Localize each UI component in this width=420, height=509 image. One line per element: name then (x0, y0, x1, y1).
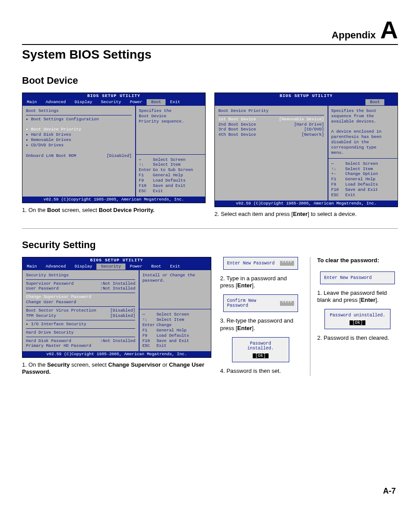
primary-master-hd: Primary Master HD Password (26, 343, 135, 349)
section-heading-security: Security Setting (22, 239, 398, 251)
bios-footer: v02.59 (C)Copyright 1985-2005, American … (22, 197, 205, 203)
appendix-label: Appendix (332, 30, 376, 41)
io-interface-security: ▸ I/O Interface Security (26, 322, 135, 327)
bios-boot-priority: BIOS SETUP UTILITY Boot Boot Device Prio… (214, 93, 398, 218)
caption-boot-1: 1. On the Boot screen, select Boot Devic… (22, 207, 206, 214)
item: ▸ CD/DVD Drives (26, 143, 132, 148)
section-heading-boot: Boot Device (22, 75, 398, 86)
ok-button: [Ok] (350, 320, 365, 325)
bios-title: BIOS SETUP UTILITY (22, 257, 211, 264)
bios-nav-help: ↔Select Screen ↑↓Select Item +-Change Op… (328, 158, 398, 201)
bios-menu: Boot (215, 99, 398, 105)
supervisor-pw: Supervisor Password:Not Installed (26, 281, 135, 286)
boot-row-3: 3rd Boot Device[CD/DVD] (218, 127, 324, 132)
password-field: **** (280, 261, 294, 266)
menu-exit: Exit (166, 99, 184, 105)
user-pw: User Password:Not Installed (26, 286, 135, 291)
item: ▸ Hard Disk Drives (26, 132, 132, 137)
page-number: A-7 (383, 487, 396, 496)
section-label: Boot Device Priority (218, 108, 324, 114)
password-uninstalled-box: Password uninstalled. [Ok] (324, 309, 391, 329)
menu-boot-selected: Boot (365, 99, 384, 105)
boot-row-2: 2nd Boot Device[Hard Drive] (218, 122, 324, 127)
page-header: Appendix A (22, 18, 398, 45)
bios-left-pane: Boot Settings ▸ Boot Settings Configurat… (22, 105, 136, 197)
step-3: 3. Re-type the password and press [Enter… (220, 317, 301, 332)
bios-help-text: Specifies the Boot Device Priority seque… (136, 106, 205, 154)
password-installed-box: Password installed. [Ok] (232, 337, 289, 362)
onboard-lan: Onboard LAN Boot ROM [Disabled] (26, 153, 132, 159)
bios-nav-help: ↔Select Screen ↑↓Select Item EnterGo to … (136, 154, 205, 197)
menu-security: Security (96, 99, 125, 105)
confirm-new-password-box: Confirm New Password **** (223, 294, 298, 312)
item: ▸ Boot Settings Configuration (26, 117, 132, 122)
clear-password-heading: To clear the password: (317, 257, 398, 264)
menu-power: Power (125, 99, 147, 105)
change-supervisor-pw: Change Supervisor Password (26, 294, 135, 300)
bios-title: BIOS SETUP UTILITY (22, 93, 205, 99)
change-user-pw: Change User Password (26, 300, 135, 305)
menu-security-selected: Security (96, 264, 125, 270)
section-label: Security Settings (26, 273, 135, 278)
clear-step-2: 2. Password is then cleared. (317, 334, 398, 342)
password-clear-steps: To clear the password: Enter New Passwor… (310, 257, 398, 376)
boot-row-4: 4th Boot Device[Network] (218, 132, 324, 137)
bios-footer: v02.59 (C)Copyright 1985-2005, American … (215, 201, 398, 207)
menu-main: Main (22, 99, 41, 105)
item-boot-device-priority: ▸ Boot Device Priority (26, 127, 132, 132)
enter-new-password-box: Enter New Password **** (223, 257, 298, 270)
menu-boot-selected: Boot (147, 99, 166, 105)
bios-title: BIOS SETUP UTILITY (215, 93, 398, 99)
boot-sector-virus: Boot Sector Virus Protection[Disabled] (26, 308, 135, 313)
caption-boot-2: 2. Select each item and press [Enter] to… (214, 211, 398, 218)
menu-display: Display (70, 99, 96, 105)
ok-button: [Ok] (253, 353, 269, 358)
enter-new-password-box-blank: Enter New Password (320, 271, 395, 284)
hd-password: Hard Disk Password:Not Installed (26, 338, 135, 344)
hd-security-label: Hard Drive Security (26, 330, 135, 335)
bios-menu: Main Advanced Display Security Power Boo… (22, 99, 205, 105)
step-4: 4. Password is then set. (220, 368, 301, 375)
bios-boot-settings: BIOS SETUP UTILITY Main Advanced Display… (22, 93, 206, 218)
clear-step-1: 1. Leave the password field blank and pr… (317, 290, 398, 304)
boot-row-1: 1st Boot Device[Removable Device] (218, 117, 324, 122)
item: ▸ Removable Drives (26, 137, 132, 143)
bios-security: BIOS SETUP UTILITY Main Advanced Display… (22, 257, 211, 376)
bios-menu: Main Advanced Display Security Power Boo… (22, 264, 211, 270)
step-2: 2. Type in a password and press [Enter]. (220, 275, 301, 290)
tpm-security: TPM Security[Disabled] (26, 313, 135, 319)
section-label: Boot Settings (26, 108, 132, 114)
appendix-letter: A (380, 18, 398, 42)
password-set-steps: Enter New Password **** 2. Type in a pas… (220, 257, 301, 376)
password-field: **** (280, 301, 294, 306)
bios-help-text: Install or Change the password. (140, 270, 211, 309)
caption-security: 1. On the Security screen, select Change… (22, 361, 211, 376)
menu-advanced: Advanced (41, 99, 70, 105)
bios-footer: v02.59 (C)Copyright 1985-2005, American … (22, 351, 211, 357)
bios-left-pane: Boot Device Priority 1st Boot Device[Rem… (215, 105, 328, 201)
bios-left-pane: Security Settings Supervisor Password:No… (22, 270, 139, 352)
page-title: System BIOS Settings (22, 48, 398, 62)
bios-nav-help: ↔Select Screen ↑↓Select Item EnterChange… (140, 309, 211, 351)
bios-help-text: Specifies the boot sequence from the ava… (328, 106, 398, 158)
